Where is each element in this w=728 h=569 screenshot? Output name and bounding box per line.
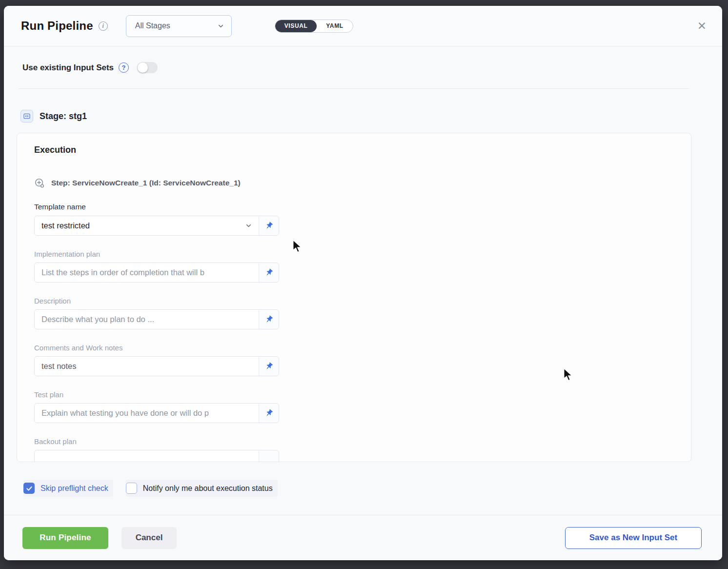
use-existing-input-sets-row: Use existing Input Sets ? [22, 62, 722, 73]
stage-title: Stage: stg1 [40, 111, 87, 122]
description-wrap [34, 309, 279, 329]
step-header-row: Step: ServiceNowCreate_1 (Id: ServiceNow… [34, 178, 691, 188]
backout-plan-wrap [34, 450, 279, 462]
backout-plan-label: Backout plan [34, 437, 691, 446]
comments-label: Comments and Work notes [34, 344, 691, 352]
step-icon [34, 178, 45, 188]
implementation-plan-wrap [34, 263, 279, 283]
test-plan-input[interactable] [35, 404, 259, 423]
pin-icon[interactable] [259, 216, 279, 235]
comments-input[interactable] [35, 357, 259, 376]
stage-scope-select[interactable]: All Stages [126, 15, 232, 37]
pin-icon[interactable] [259, 404, 279, 423]
pin-icon[interactable] [259, 310, 279, 329]
description-label: Description [34, 297, 691, 305]
stage-scope-value: All Stages [135, 21, 170, 30]
field-test-plan: Test plan [34, 390, 691, 423]
notify-only-me-label: Notify only me about execution status [143, 484, 273, 493]
skip-preflight-checkbox[interactable]: Skip preflight check [23, 480, 113, 497]
run-pipeline-button[interactable]: Run Pipeline [22, 527, 108, 549]
use-existing-input-sets-toggle[interactable] [137, 62, 158, 73]
checkbox-checked-icon[interactable] [23, 483, 35, 494]
field-backout-plan: Backout plan [34, 437, 691, 462]
page-background: Run Pipeline i All Stages VISUAL YAML ✕ … [0, 0, 728, 569]
close-icon[interactable]: ✕ [695, 19, 708, 34]
tab-yaml[interactable]: YAML [317, 20, 352, 32]
implementation-plan-label: Implementation plan [34, 250, 691, 258]
toggle-knob [138, 62, 148, 73]
notify-only-me-checkbox[interactable]: Notify only me about execution status [126, 480, 278, 497]
cancel-button[interactable]: Cancel [121, 527, 177, 549]
save-as-new-input-set-button[interactable]: Save as New Input Set [565, 527, 702, 549]
skip-preflight-label: Skip preflight check [40, 484, 108, 493]
field-description: Description [34, 297, 691, 329]
step-title: Step: ServiceNowCreate_1 (Id: ServiceNow… [51, 179, 241, 187]
backout-plan-input[interactable] [35, 450, 259, 462]
template-name-label: Template name [34, 203, 691, 211]
field-comments: Comments and Work notes [34, 344, 691, 376]
template-name-input[interactable] [35, 216, 245, 235]
checkbox-unchecked-icon[interactable] [126, 483, 137, 494]
tab-visual[interactable]: VISUAL [275, 20, 317, 32]
chevron-down-icon[interactable] [245, 216, 259, 235]
test-plan-wrap [34, 403, 279, 423]
template-name-select [34, 216, 279, 236]
comments-wrap [34, 356, 279, 376]
description-input[interactable] [35, 310, 259, 329]
info-icon: i [99, 21, 108, 31]
implementation-plan-input[interactable] [35, 263, 259, 282]
run-options-row: Skip preflight check Notify only me abou… [23, 480, 722, 497]
pin-icon[interactable] [259, 450, 279, 462]
field-template-name: Template name [34, 203, 691, 236]
test-plan-label: Test plan [34, 390, 691, 399]
dialog-header: Run Pipeline i All Stages VISUAL YAML ✕ [4, 6, 722, 46]
dialog-footer: Run Pipeline Cancel Save as New Input Se… [4, 515, 722, 560]
custom-stage-icon [20, 110, 33, 122]
chevron-down-icon [217, 22, 224, 30]
pin-icon[interactable] [259, 263, 279, 282]
use-existing-input-sets-label: Use existing Input Sets [22, 63, 114, 73]
execution-section: Execution Step: ServiceNowCreate_1 (Id: … [17, 133, 691, 462]
stage-header-row: Stage: stg1 [20, 110, 722, 122]
run-pipeline-dialog: Run Pipeline i All Stages VISUAL YAML ✕ … [4, 6, 722, 560]
pin-icon[interactable] [259, 357, 279, 376]
dialog-title: Run Pipeline [21, 19, 93, 33]
view-mode-toggle: VISUAL YAML [275, 20, 353, 33]
field-implementation-plan: Implementation plan [34, 250, 691, 283]
section-divider [19, 88, 689, 89]
execution-title: Execution [34, 145, 691, 155]
help-icon[interactable]: ? [119, 62, 129, 73]
